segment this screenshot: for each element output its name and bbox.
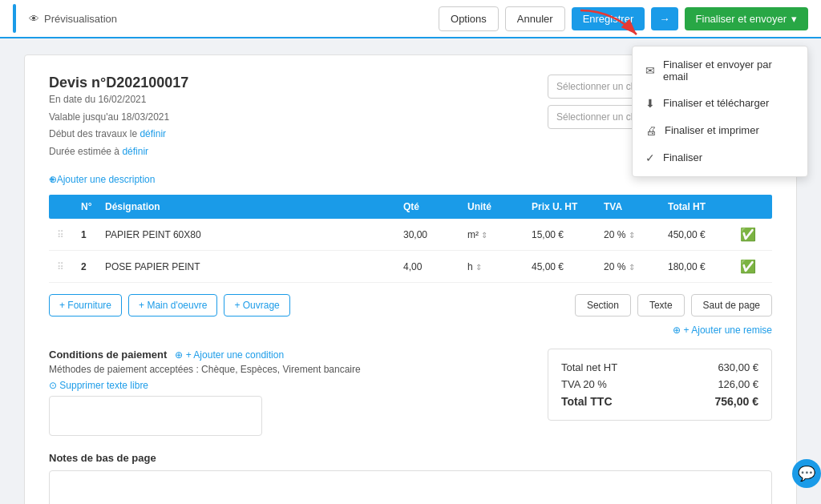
preview-link[interactable]: 👁 Prévisualisation <box>29 13 117 25</box>
row-tva-2: 20 % ⇕ <box>604 261 668 272</box>
doc-title: Devis n°D202100017 <box>49 75 188 91</box>
cancel-button[interactable]: Annuler <box>505 6 565 31</box>
chat-button[interactable]: 💬 <box>792 459 821 488</box>
ttc-label: Total TTC <box>561 395 613 408</box>
add-condition[interactable]: ⊕ + Ajouter une condition <box>175 349 284 361</box>
row-price-2: 45,00 € <box>532 261 604 272</box>
conditions-section: Conditions de paiement ⊕ + Ajouter une c… <box>49 349 548 436</box>
plus-remise-icon: ⊕ <box>673 325 683 336</box>
start-label: Début des travaux le <box>49 128 137 139</box>
action-buttons-row: + Fourniture + Main d'oeuvre + Ouvrage S… <box>49 294 772 317</box>
start-link[interactable]: définir <box>140 128 166 139</box>
row-unit-2: h ⇕ <box>467 261 532 272</box>
conditions-textarea[interactable] <box>49 396 262 436</box>
net-ht-value: 630,00 € <box>718 361 758 373</box>
total-ttc: Total TTC 756,00 € <box>561 393 758 410</box>
add-maindoeuvre-button[interactable]: + Main d'oeuvre <box>128 294 217 317</box>
unit-arrows-1[interactable]: ⇕ <box>481 231 487 240</box>
conditions-title: Conditions de paiement ⊕ + Ajouter une c… <box>49 349 524 361</box>
eye-icon: 👁 <box>29 13 39 25</box>
col-designation: Désignation <box>105 201 403 212</box>
col-qty: Qté <box>403 201 467 212</box>
table-row: ⠿ 2 POSE PAPIER PEINT 4,00 h ⇕ 45,00 € 2… <box>49 251 772 283</box>
tva-arrows-1[interactable]: ⇕ <box>629 231 635 240</box>
finalize-dropdown-menu: ✉ Finaliser et envoyer par email ⬇ Final… <box>632 46 808 177</box>
row-designation-1: PAPIER PEINT 60X80 <box>105 229 403 240</box>
texte-button[interactable]: Texte <box>637 294 685 317</box>
email-icon: ✉ <box>645 64 655 77</box>
doc-meta: En date du 16/02/2021 Valable jusqu'au 1… <box>49 91 188 160</box>
col-num: N° <box>81 201 105 212</box>
start-row: Début des travaux le définir <box>49 126 188 143</box>
dropdown-label-download: Finaliser et télécharger <box>663 97 769 109</box>
conditions-title-text: Conditions de paiement <box>49 349 167 361</box>
row-price-1: 15,00 € <box>532 229 604 240</box>
row-check-1[interactable]: ✅ <box>740 227 764 242</box>
date-label: En date du 16/02/2021 <box>49 91 188 109</box>
add-fourniture-button[interactable]: + Fourniture <box>49 294 122 317</box>
valid-label: Valable jusqu'au 18/03/2021 <box>49 109 188 127</box>
save-button[interactable]: Enregistrer <box>572 7 645 30</box>
add-description[interactable]: ⊕ + Ajouter une description <box>49 174 155 185</box>
total-net-ht: Total net HT 630,00 € <box>561 359 758 376</box>
dropdown-item-finalize[interactable]: ✓ Finaliser <box>633 144 807 171</box>
top-bar: 👁 Prévisualisation Options Annuler Enreg… <box>0 0 821 38</box>
col-unit: Unité <box>467 201 532 212</box>
conditions-totals: Conditions de paiement ⊕ + Ajouter une c… <box>49 336 772 436</box>
col-total: Total HT <box>668 201 740 212</box>
options-button[interactable]: Options <box>439 6 499 31</box>
footer-textarea[interactable] <box>49 470 772 504</box>
saut-de-page-button[interactable]: Saut de page <box>691 294 772 317</box>
totals-box: Total net HT 630,00 € TVA 20 % 126,00 € … <box>548 349 772 421</box>
chevron-down-icon: ▾ <box>791 13 797 25</box>
add-condition-icon: ⊕ <box>175 349 185 361</box>
section-button[interactable]: Section <box>575 294 631 317</box>
row-tva-1: 20 % ⇕ <box>604 229 668 240</box>
top-bar-left: 👁 Prévisualisation <box>13 4 117 33</box>
col-tva: TVA <box>604 201 668 212</box>
dropdown-item-download[interactable]: ⬇ Finaliser et télécharger <box>633 90 807 117</box>
drag-handle-2[interactable]: ⠿ <box>57 261 81 272</box>
download-icon: ⬇ <box>645 97 655 110</box>
add-condition-label: + Ajouter une condition <box>186 349 284 361</box>
drag-handle-1[interactable]: ⠿ <box>57 229 81 240</box>
row-check-2[interactable]: ✅ <box>740 259 764 274</box>
tva-label: TVA 20 % <box>561 378 607 390</box>
add-description-label: + Ajouter une description <box>49 174 155 185</box>
add-remise-label: + Ajouter une remise <box>684 325 772 336</box>
check-icon: ✓ <box>645 151 655 164</box>
chat-icon: 💬 <box>798 465 815 482</box>
conditions-methods: Méthodes de paiement acceptées : Chèque,… <box>49 364 524 375</box>
table-row: ⠿ 1 PAPIER PEINT 60X80 30,00 m² ⇕ 15,00 … <box>49 219 772 251</box>
add-remise[interactable]: ⊕ + Ajouter une remise <box>673 325 772 336</box>
dropdown-item-print[interactable]: 🖨 Finaliser et imprimer <box>633 117 807 144</box>
print-icon: 🖨 <box>645 124 657 137</box>
row-qty-1: 30,00 <box>403 229 467 240</box>
table-header: N° Désignation Qté Unité Prix U. HT TVA … <box>49 195 772 219</box>
row-total-2: 180,00 € <box>668 261 740 272</box>
total-tva: TVA 20 % 126,00 € <box>561 376 758 393</box>
row-num-2: 2 <box>81 261 105 272</box>
finalize-label: Finaliser et envoyer <box>696 13 787 25</box>
top-bar-right: Options Annuler Enregistrer → Finaliser … <box>439 6 808 31</box>
footer-section: Notes de bas de page <box>49 452 772 504</box>
add-ouvrage-button[interactable]: + Ouvrage <box>224 294 289 317</box>
ttc-value: 756,00 € <box>715 395 759 408</box>
tva-arrows-2[interactable]: ⇕ <box>629 263 635 272</box>
row-unit-1: m² ⇕ <box>467 229 532 240</box>
net-ht-label: Total net HT <box>561 361 617 373</box>
unit-arrows-2[interactable]: ⇕ <box>475 263 482 272</box>
footer-title: Notes de bas de page <box>49 452 772 464</box>
col-price: Prix U. HT <box>532 201 604 212</box>
dropdown-label-finalize: Finaliser <box>663 151 702 163</box>
duration-link[interactable]: définir <box>122 146 148 157</box>
dropdown-item-email[interactable]: ✉ Finaliser et envoyer par email <box>633 51 807 90</box>
finalize-dropdown-container: Finaliser et envoyer ▾ ✉ Finaliser et en… <box>685 7 808 30</box>
arrow-button[interactable]: → <box>651 7 677 30</box>
row-qty-2: 4,00 <box>403 261 467 272</box>
duration-row: Durée estimée à définir <box>49 143 188 161</box>
supprimer-link[interactable]: ⊙ Supprimer texte libre <box>49 380 524 391</box>
finalize-button[interactable]: Finaliser et envoyer ▾ <box>685 7 808 30</box>
tva-value: 126,00 € <box>718 378 758 390</box>
dropdown-label-print: Finaliser et imprimer <box>665 124 759 136</box>
